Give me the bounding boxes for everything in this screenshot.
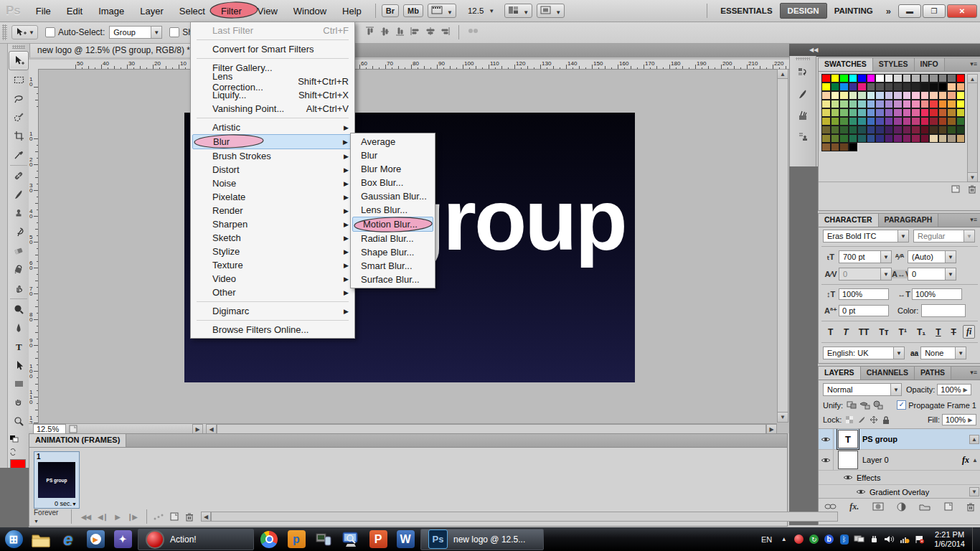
color-swatch[interactable] xyxy=(929,134,938,143)
menu-item-vanishing-point[interactable]: Vanishing Point...Alt+Ctrl+V xyxy=(191,102,354,116)
show-desktop-button[interactable] xyxy=(972,527,980,551)
menu-filter[interactable]: Filter xyxy=(213,3,250,19)
color-swatch[interactable] xyxy=(903,74,912,83)
frame-delay[interactable]: 0 sec.▼ xyxy=(34,499,79,509)
color-swatch[interactable] xyxy=(875,108,885,117)
loop-dropdown[interactable]: Forever ▼ xyxy=(34,509,65,524)
color-swatch[interactable] xyxy=(867,134,876,143)
color-swatch[interactable] xyxy=(875,126,885,134)
bold-button[interactable]: T xyxy=(824,326,837,339)
color-swatch[interactable] xyxy=(903,134,912,143)
menu-help[interactable]: Help xyxy=(334,3,369,19)
zoom-tool[interactable] xyxy=(9,413,28,430)
layer-thumbnail[interactable] xyxy=(838,451,858,469)
mini-bridge-button[interactable]: Mb xyxy=(403,4,423,17)
color-swatch[interactable] xyxy=(849,108,858,117)
color-swatch[interactable] xyxy=(875,74,885,83)
swatch-scrollbar[interactable] xyxy=(967,83,978,174)
adjustment-layer-icon[interactable] xyxy=(897,502,906,512)
color-swatch[interactable] xyxy=(831,74,840,83)
history-brush-tool[interactable] xyxy=(9,223,28,241)
menu-item-blur[interactable]: Blur▶ xyxy=(192,134,353,149)
color-swatch[interactable] xyxy=(920,91,930,100)
color-swatch[interactable] xyxy=(849,74,858,83)
ligatures-button[interactable]: fi xyxy=(963,325,975,339)
layer-name[interactable]: Layer 0 xyxy=(862,456,889,464)
language-dropdown[interactable]: English: UK▼ xyxy=(823,347,905,359)
link-layers-icon[interactable] xyxy=(824,503,837,510)
color-swatch[interactable] xyxy=(947,91,956,100)
color-swatch[interactable] xyxy=(947,108,956,117)
color-swatch[interactable] xyxy=(956,126,966,134)
color-swatch[interactable] xyxy=(929,108,938,117)
color-swatch[interactable] xyxy=(867,83,876,91)
spot-healing-brush-tool[interactable] xyxy=(9,167,28,185)
new-layer-icon[interactable] xyxy=(944,502,953,511)
color-swatch[interactable] xyxy=(920,108,930,117)
color-swatch[interactable] xyxy=(885,134,894,143)
auto-select-checkbox[interactable] xyxy=(45,27,55,37)
horizontal-ruler[interactable]: 5040302010010203040506070809010011012013… xyxy=(38,60,789,70)
color-swatch[interactable] xyxy=(911,91,920,100)
color-swatch[interactable] xyxy=(938,108,948,117)
lasso-tool[interactable] xyxy=(9,90,28,108)
text-layer-thumbnail[interactable]: T xyxy=(838,430,858,448)
auto-select-dropdown[interactable]: Group ▼ xyxy=(109,26,162,39)
color-swatch[interactable] xyxy=(947,134,956,143)
tab-paths[interactable]: PATHS xyxy=(915,367,951,380)
color-swatch[interactable] xyxy=(867,108,876,117)
color-swatch[interactable] xyxy=(821,126,831,134)
italic-button[interactable]: T xyxy=(839,326,852,339)
color-swatch[interactable] xyxy=(903,117,912,126)
color-swatch[interactable] xyxy=(839,143,849,151)
taskbar-powerpoint[interactable]: P xyxy=(364,529,392,550)
color-swatch[interactable] xyxy=(857,100,867,108)
color-swatch[interactable] xyxy=(821,74,831,83)
taskbar-utility[interactable] xyxy=(310,529,337,550)
new-group-icon[interactable] xyxy=(919,503,930,511)
color-swatch[interactable] xyxy=(821,91,831,100)
color-swatch[interactable] xyxy=(839,117,849,126)
color-swatch[interactable] xyxy=(839,126,849,134)
clone-source-panel-button[interactable] xyxy=(793,128,812,146)
submenu-item-shape-blur[interactable]: Shape Blur... xyxy=(351,245,435,259)
horizontal-scale-field[interactable]: 100% xyxy=(912,288,962,300)
color-swatch[interactable] xyxy=(956,117,966,126)
lock-position-icon[interactable] xyxy=(870,415,879,424)
action-center-tray-icon[interactable] xyxy=(913,533,925,545)
color-swatch[interactable] xyxy=(839,100,849,108)
color-swatch[interactable] xyxy=(893,126,903,134)
pen-tool[interactable] xyxy=(9,319,28,337)
view-extras-button[interactable]: ▼ xyxy=(428,4,456,18)
menu-layer[interactable]: Layer xyxy=(132,3,171,19)
language-indicator[interactable]: EN xyxy=(757,535,776,544)
menu-item-brush-strokes[interactable]: Brush Strokes▶ xyxy=(191,149,354,163)
tab-swatches[interactable]: SWATCHES xyxy=(819,58,873,71)
color-swatch[interactable] xyxy=(821,83,831,91)
submenu-item-blur-more[interactable]: Blur More xyxy=(351,162,435,176)
scroll-down-arrow[interactable]: ▼ xyxy=(967,172,978,182)
color-swatch[interactable] xyxy=(831,134,840,143)
color-swatch[interactable] xyxy=(849,83,858,91)
brush-tool[interactable] xyxy=(9,186,28,204)
submenu-item-gaussian-blur[interactable]: Gaussian Blur... xyxy=(351,189,435,203)
color-swatch[interactable] xyxy=(938,117,948,126)
layer-style-icon[interactable]: fx. xyxy=(849,501,859,512)
color-swatch[interactable] xyxy=(956,108,966,117)
scroll-left-arrow[interactable]: ◀ xyxy=(206,424,217,433)
bridge-button[interactable]: Br xyxy=(382,4,399,17)
trash-icon[interactable] xyxy=(185,512,194,522)
layer-mask-icon[interactable] xyxy=(872,502,884,511)
blend-mode-dropdown[interactable]: Normal▼ xyxy=(823,383,902,396)
idm-tray-icon[interactable]: ↻ xyxy=(808,533,820,545)
path-selection-tool[interactable] xyxy=(9,357,28,375)
color-swatch[interactable] xyxy=(885,117,894,126)
menu-item-pixelate[interactable]: Pixelate▶ xyxy=(191,190,354,204)
baidu-tray-icon[interactable]: b xyxy=(823,533,835,545)
color-swatch[interactable] xyxy=(857,74,867,83)
layer-row-layer0[interactable]: Layer 0 fx ▲ xyxy=(819,450,980,471)
color-swatch[interactable] xyxy=(875,83,885,91)
color-swatch[interactable] xyxy=(920,126,930,134)
menu-view[interactable]: View xyxy=(250,3,286,19)
color-swatch[interactable] xyxy=(911,74,920,83)
